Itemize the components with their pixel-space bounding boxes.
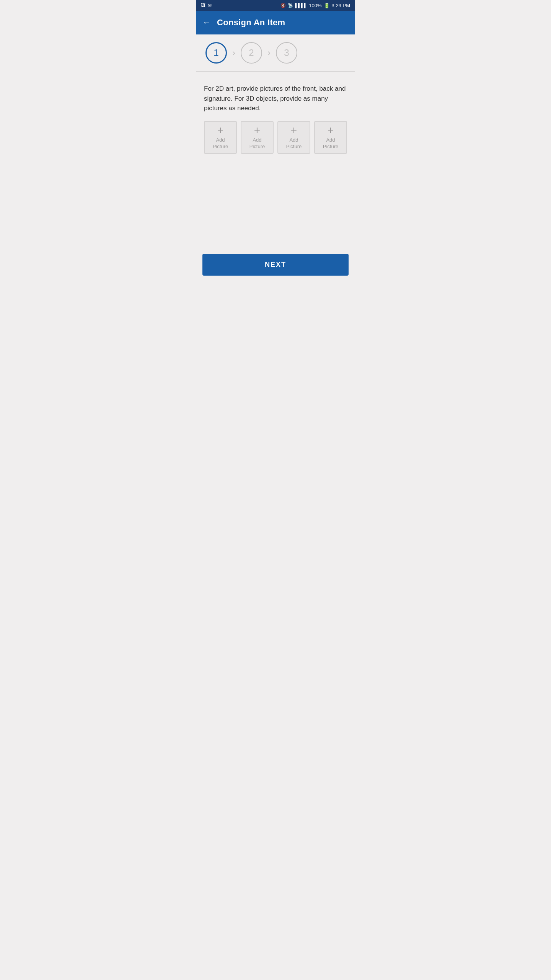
- back-button[interactable]: ←: [202, 18, 211, 28]
- plus-icon-4: +: [328, 125, 334, 136]
- add-picture-3[interactable]: + AddPicture: [277, 121, 310, 154]
- step-2-circle[interactable]: 2: [241, 42, 262, 64]
- add-picture-label-2: AddPicture: [249, 137, 265, 150]
- main-content: For 2D art, provide pictures of the fron…: [196, 78, 355, 204]
- plus-icon-1: +: [217, 125, 223, 136]
- plus-icon-2: +: [254, 125, 260, 136]
- time-display: 3:29 PM: [332, 3, 350, 8]
- add-picture-label-4: AddPicture: [323, 137, 338, 150]
- step-chevron-1: ›: [232, 47, 235, 58]
- add-picture-2[interactable]: + AddPicture: [241, 121, 274, 154]
- status-bar-left: 🖼 ✉: [201, 3, 212, 8]
- step-chevron-2: ›: [267, 47, 271, 58]
- step-3-circle[interactable]: 3: [276, 42, 297, 64]
- status-bar-right: 🔇 📡 ▌▌▌▌ 100% 🔋 3:29 PM: [280, 3, 350, 8]
- instruction-text: For 2D art, provide pictures of the fron…: [204, 84, 347, 113]
- add-picture-label-1: AddPicture: [213, 137, 228, 150]
- signal-icon: ▌▌▌▌: [295, 3, 307, 8]
- content-spacer: [196, 204, 355, 248]
- page-title: Consign An Item: [217, 18, 285, 28]
- battery-icon: 🔋: [324, 3, 330, 8]
- divider: [196, 71, 355, 72]
- image-icon: 🖼: [201, 3, 205, 8]
- next-button[interactable]: NEXT: [202, 254, 349, 276]
- plus-icon-3: +: [291, 125, 297, 136]
- step-indicator: 1 › 2 › 3: [196, 34, 355, 71]
- app-header: ← Consign An Item: [196, 11, 355, 34]
- add-picture-1[interactable]: + AddPicture: [204, 121, 237, 154]
- mail-icon: ✉: [208, 3, 212, 8]
- step-1-circle[interactable]: 1: [205, 42, 227, 64]
- battery-percent: 100%: [309, 3, 321, 8]
- add-picture-4[interactable]: + AddPicture: [314, 121, 347, 154]
- hotspot-icon: 📡: [288, 3, 293, 8]
- mute-icon: 🔇: [280, 3, 286, 8]
- status-bar: 🖼 ✉ 🔇 📡 ▌▌▌▌ 100% 🔋 3:29 PM: [196, 0, 355, 11]
- picture-grid: + AddPicture + AddPicture + AddPicture +…: [204, 121, 347, 154]
- add-picture-label-3: AddPicture: [286, 137, 302, 150]
